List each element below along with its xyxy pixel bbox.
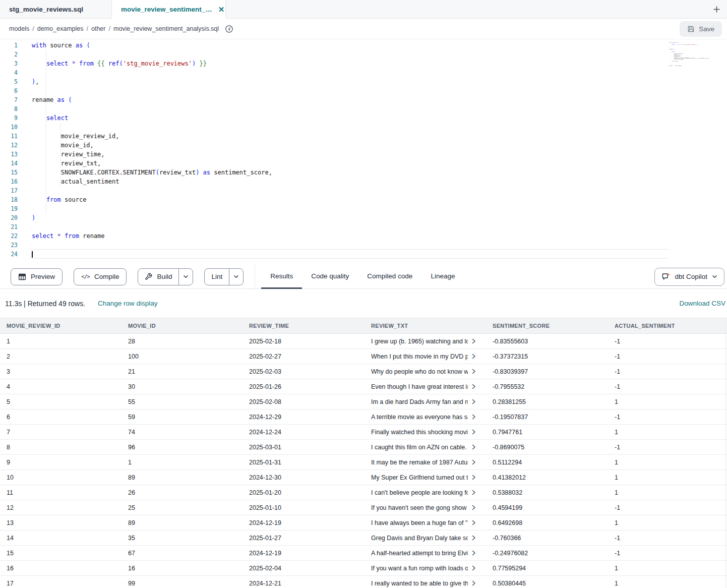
cell-actual-sentiment: 1 [608, 429, 727, 436]
code-line-10[interactable]: 10 [0, 123, 727, 132]
code-line-22[interactable]: 22select * from rename [0, 231, 727, 241]
line-number: 2 [0, 50, 18, 59]
code-line-24[interactable]: 24 [0, 250, 727, 259]
tab-stg-movie-reviews[interactable]: stg_movie_reviews.sql [0, 0, 112, 19]
editor-minimap[interactable]: with source as ( select * from {{ ref('s… [669, 42, 713, 69]
code-line-7[interactable]: 7rename as ( [0, 95, 727, 104]
expand-cell-icon[interactable] [472, 399, 476, 404]
code-text: movie_review_id, [32, 132, 119, 141]
expand-cell-icon[interactable] [472, 369, 476, 374]
download-csv-link[interactable]: Download CSV [679, 300, 725, 307]
line-number: 7 [0, 95, 18, 104]
breadcrumb-segment[interactable]: movie_review_sentiment_analysis.sql [113, 25, 219, 32]
expand-cell-icon[interactable] [472, 550, 476, 556]
cell-movie-review-id: 9 [0, 459, 122, 466]
results-table: MOVIE_REVIEW_IDMOVIE_IDREVIEW_TIMEREVIEW… [0, 318, 727, 588]
cell-sentiment-score: 0.5388032 [486, 489, 608, 496]
breadcrumb-segment[interactable]: models [9, 25, 29, 32]
code-line-23[interactable]: 23 [0, 241, 727, 250]
expand-cell-icon[interactable] [472, 490, 476, 495]
build-button[interactable]: Build [138, 269, 179, 285]
column-header-actual_sentiment[interactable]: ACTUAL_SENTIMENT [608, 323, 727, 329]
expand-cell-icon[interactable] [472, 444, 476, 450]
expand-cell-icon[interactable] [472, 459, 476, 465]
code-line-1[interactable]: 1with source as ( [0, 41, 727, 50]
code-line-11[interactable]: 11 movie_review_id, [0, 132, 727, 141]
cell-sentiment-score: 0.5112294 [486, 459, 608, 466]
line-number: 20 [0, 213, 18, 222]
code-line-8[interactable]: 8 [0, 104, 727, 113]
cell-review-txt: My Super Ex Girlfriend turned out to b… [365, 474, 486, 481]
code-line-21[interactable]: 21 [0, 222, 727, 231]
code-line-16[interactable]: 16 actual_sentiment [0, 177, 727, 186]
cell-actual-sentiment: -1 [608, 383, 727, 390]
expand-cell-icon[interactable] [472, 429, 476, 435]
code-line-2[interactable]: 2 [0, 50, 727, 59]
code-line-14[interactable]: 14 review_txt, [0, 159, 727, 168]
change-row-display-link[interactable]: Change row display [98, 300, 158, 307]
cell-review-time: 2024-12-19 [243, 519, 365, 526]
breadcrumb-segment[interactable]: other [91, 25, 106, 32]
review-text: If you haven't seen the gong show TV s… [371, 504, 468, 511]
code-line-18[interactable]: 18 from source [0, 195, 727, 204]
build-dropdown-button[interactable] [179, 269, 193, 285]
cell-review-txt: I have always been a huge fan of "Hom… [365, 519, 486, 526]
expand-cell-icon[interactable] [472, 535, 476, 541]
cell-movie-review-id: 6 [0, 414, 122, 421]
expand-cell-icon[interactable] [472, 520, 476, 525]
preview-button[interactable]: Preview [11, 268, 63, 285]
code-line-4[interactable]: 4 [0, 68, 727, 77]
code-line-9[interactable]: 9 select [0, 113, 727, 123]
column-header-movie_review_id[interactable]: MOVIE_REVIEW_ID [0, 323, 122, 329]
expand-cell-icon[interactable] [472, 475, 476, 480]
new-tab-button[interactable] [712, 5, 721, 14]
code-line-15[interactable]: 15 SNOWFLAKE.CORTEX.SENTIMENT(review_txt… [0, 168, 727, 177]
results-tab-code-quality[interactable]: Code quality [302, 265, 358, 289]
cell-sentiment-score: -0.8690075 [486, 444, 608, 451]
cell-movie-review-id: 17 [0, 580, 122, 587]
tab-movie-review-sentiment[interactable]: movie_review_sentiment_… ✕ [112, 0, 226, 19]
save-button[interactable]: Save [680, 21, 722, 37]
results-tab-results[interactable]: Results [261, 265, 302, 289]
code-editor[interactable]: 1with source as (23 select * from {{ ref… [0, 39, 727, 265]
code-line-17[interactable]: 17 [0, 186, 727, 195]
code-line-5[interactable]: 5), [0, 77, 727, 86]
expand-cell-icon[interactable] [472, 338, 476, 344]
cell-sentiment-score: 0.4594199 [486, 504, 608, 511]
file-header-row: models/demo_examples/other/movie_review_… [0, 19, 727, 39]
cell-sentiment-score: 0.6492698 [486, 519, 608, 526]
code-line-6[interactable]: 6 [0, 86, 727, 95]
code-line-20[interactable]: 20) [0, 213, 727, 222]
column-header-review_txt[interactable]: REVIEW_TXT [365, 323, 486, 329]
close-icon[interactable]: ✕ [218, 6, 225, 13]
code-text: ) [32, 213, 35, 222]
code-line-12[interactable]: 12 movie_id, [0, 141, 727, 150]
expand-cell-icon[interactable] [472, 354, 476, 359]
copilot-file-badge[interactable] [225, 25, 233, 33]
column-header-sentiment_score[interactable]: SENTIMENT_SCORE [486, 323, 608, 329]
expand-cell-icon[interactable] [472, 505, 476, 510]
column-header-movie_id[interactable]: MOVIE_ID [122, 323, 243, 329]
text-cursor [32, 251, 33, 258]
lint-dropdown-button[interactable] [229, 269, 243, 285]
expand-cell-icon[interactable] [472, 414, 476, 420]
cell-review-time: 2025-01-20 [243, 489, 365, 496]
cell-review-txt: Why do people who do not know what… [365, 368, 486, 375]
expand-cell-icon[interactable] [472, 384, 476, 389]
cell-review-txt: It may be the remake of 1987 Autumn'… [365, 459, 486, 466]
code-line-13[interactable]: 13 review_time, [0, 150, 727, 159]
breadcrumb-segment[interactable]: demo_examples [37, 25, 84, 32]
toolbar-divider [255, 265, 255, 288]
expand-cell-icon[interactable] [472, 565, 476, 571]
dbt-copilot-button[interactable]: dbt Copilot [654, 268, 724, 286]
results-tab-lineage[interactable]: Lineage [421, 265, 464, 289]
column-header-review_time[interactable]: REVIEW_TIME [243, 323, 365, 329]
expand-cell-icon[interactable] [472, 580, 476, 586]
code-line-19[interactable]: 19 [0, 204, 727, 213]
code-line-3[interactable]: 3 select * from {{ ref('stg_movie_review… [0, 59, 727, 68]
compile-button[interactable]: </> Compile [74, 268, 127, 285]
review-text: Greg Davis and Bryan Daly take some … [371, 535, 468, 542]
lint-button[interactable]: Lint [205, 269, 229, 285]
review-text: If you want a fun romp with loads of s… [371, 565, 468, 572]
results-tab-compiled-code[interactable]: Compiled code [358, 265, 421, 289]
